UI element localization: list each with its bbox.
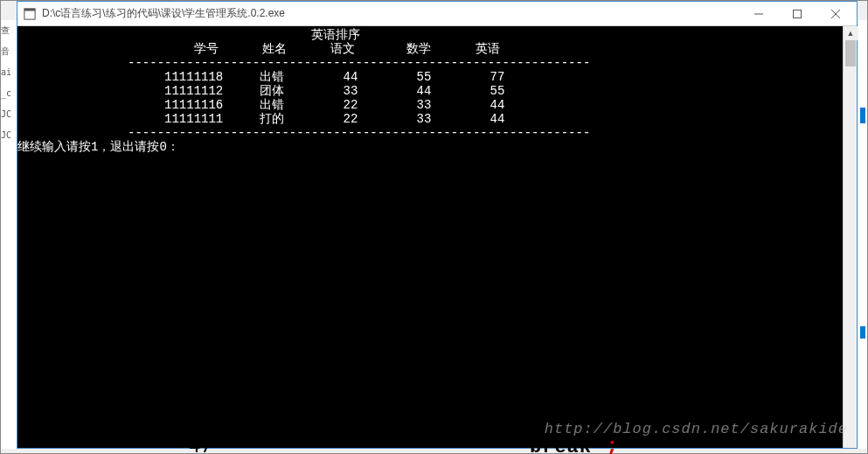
bg-right-mark: [860, 326, 865, 339]
vertical-scrollbar[interactable]: ▲: [843, 26, 857, 448]
window-controls: [740, 3, 855, 25]
table-row: 11111118 出错 44 55 77: [17, 70, 843, 84]
separator: ----------------------------------------…: [128, 126, 590, 140]
close-button[interactable]: [816, 3, 855, 25]
header-id: 学号: [194, 42, 219, 56]
bg-bottom-word: break: [530, 437, 592, 454]
cell-id: 11111111: [164, 112, 223, 126]
cell-math: 33: [417, 98, 432, 112]
scroll-up-arrow[interactable]: ▲: [844, 26, 858, 40]
bg-left-item: _c: [1, 83, 17, 104]
bg-left-item: 查: [1, 20, 17, 41]
cell-name: 出错: [260, 98, 284, 112]
svg-rect-1: [24, 8, 35, 10]
cell-english: 44: [490, 112, 505, 126]
cell-id: 11111112: [164, 84, 223, 98]
console-client-area: 英语排序 学号 姓名 语文 数学 英语 --------------------…: [17, 26, 857, 448]
separator-row: ----------------------------------------…: [17, 126, 843, 140]
sort-title-row: 英语排序: [17, 28, 843, 42]
bg-left-strip: 查 音 ai _c JC JC: [1, 20, 17, 449]
table-row: 11111116 出错 22 33 44: [17, 98, 843, 112]
cell-english: 77: [490, 70, 505, 84]
bg-left-item: JC: [1, 125, 17, 146]
console-window: D:\c语言练习\练习的代码\课设\学生管理系统.0.2.exe 英语排序: [17, 1, 858, 449]
prompt-row: 继续输入请按1，退出请按0：: [17, 140, 843, 154]
sort-title: 英语排序: [311, 28, 360, 42]
app-icon: [23, 7, 37, 21]
bg-right-mark: [860, 108, 865, 123]
bg-right-strip: [858, 20, 867, 449]
bg-bottom-number: 47: [189, 435, 212, 454]
header-math: 数学: [406, 42, 431, 56]
cell-name: 打的: [260, 112, 284, 126]
scroll-thumb[interactable]: [845, 40, 856, 66]
cell-math: 33: [417, 112, 432, 126]
window-title: D:\c语言练习\练习的代码\课设\学生管理系统.0.2.exe: [42, 6, 740, 21]
header-english: 英语: [476, 42, 500, 56]
bg-bottom-semicolon: ;: [606, 435, 618, 454]
header-name: 姓名: [262, 42, 287, 56]
cell-name: 团体: [260, 84, 284, 98]
cell-chinese: 22: [343, 112, 358, 126]
cell-chinese: 22: [343, 98, 358, 112]
console-output[interactable]: 英语排序 学号 姓名 语文 数学 英语 --------------------…: [17, 26, 843, 448]
minimize-button[interactable]: [740, 3, 778, 25]
separator: ----------------------------------------…: [128, 56, 590, 70]
table-row: 11111112 团体 33 44 55: [17, 84, 843, 98]
cell-chinese: 44: [343, 70, 358, 84]
header-row: 学号 姓名 语文 数学 英语: [17, 42, 843, 56]
cell-chinese: 33: [343, 84, 358, 98]
outer-frame: 查 音 ai _c JC JC D:\c语言练习\练习的代码\课设\学生管理系统…: [0, 0, 868, 454]
maximize-button[interactable]: [778, 3, 816, 25]
cell-english: 55: [490, 84, 505, 98]
table-row: 11111111 打的 22 33 44: [17, 112, 843, 126]
svg-rect-3: [794, 10, 802, 17]
header-chinese: 语文: [330, 42, 355, 56]
cell-id: 11111116: [164, 98, 223, 112]
titlebar[interactable]: D:\c语言练习\练习的代码\课设\学生管理系统.0.2.exe: [17, 2, 857, 26]
cell-name: 出错: [260, 70, 284, 84]
cell-id: 11111118: [164, 70, 223, 84]
cell-math: 44: [417, 84, 432, 98]
bg-left-item: 音: [1, 41, 17, 62]
cell-math: 55: [417, 70, 432, 84]
cell-english: 44: [490, 98, 505, 112]
prompt-text: 继续输入请按1，退出请按0：: [17, 140, 179, 154]
separator-row: ----------------------------------------…: [17, 56, 843, 70]
bg-left-item: ai: [1, 62, 17, 83]
bg-left-item: JC: [1, 104, 17, 125]
